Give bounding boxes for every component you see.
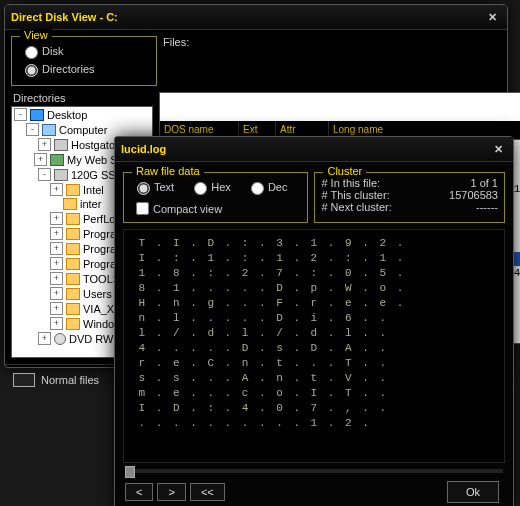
expand-icon[interactable]: + xyxy=(50,212,63,225)
close-icon[interactable]: ✕ xyxy=(489,140,507,158)
radio-dec[interactable]: Dec xyxy=(246,179,288,195)
expand-icon[interactable]: + xyxy=(50,302,63,315)
normal-files-swatch xyxy=(13,373,35,387)
expand-icon[interactable]: + xyxy=(38,138,51,151)
folder-icon xyxy=(66,288,80,300)
folder-icon xyxy=(66,273,80,285)
expand-icon[interactable]: + xyxy=(50,227,63,240)
expand-icon[interactable]: - xyxy=(26,123,39,136)
lucid-titlebar[interactable]: lucid.log ✕ xyxy=(115,137,513,162)
cluster-group: Cluster # In this file:1 of 1 # This clu… xyxy=(314,172,505,223)
expand-icon[interactable]: + xyxy=(34,153,47,166)
radio-disk[interactable]: Disk xyxy=(20,43,63,59)
expand-icon[interactable]: + xyxy=(50,272,63,285)
expand-icon[interactable]: + xyxy=(50,183,63,196)
radio-hex[interactable]: Hex xyxy=(189,179,231,195)
tree-item-label: Desktop xyxy=(47,109,87,121)
raw-data-group: Raw file data Text Hex Dec Compact view xyxy=(123,172,308,223)
folder-icon xyxy=(66,243,80,255)
lucid-title: lucid.log xyxy=(121,143,489,155)
folder-icon xyxy=(66,228,80,240)
drive-icon xyxy=(54,139,68,151)
folder-icon xyxy=(66,303,80,315)
expand-icon[interactable]: + xyxy=(38,332,51,345)
folder-icon xyxy=(66,258,80,270)
compact-view-check[interactable]: Compact view xyxy=(132,199,299,218)
next-button[interactable]: > xyxy=(157,483,185,501)
tree-item-label: Users xyxy=(83,288,112,300)
folder-icon xyxy=(63,198,77,210)
folder-icon xyxy=(66,184,80,196)
cluster-legend: Cluster xyxy=(323,165,366,177)
expand-icon[interactable]: + xyxy=(50,287,63,300)
position-slider[interactable] xyxy=(125,469,503,473)
raw-data-view[interactable]: T . I . D . : . 3 . 1 . 9 . 2 . I . : . … xyxy=(123,229,505,463)
lucid-ok-button[interactable]: Ok xyxy=(447,481,499,503)
view-legend: View xyxy=(20,29,52,41)
tree-item[interactable]: -Desktop xyxy=(12,107,152,122)
main-titlebar[interactable]: Direct Disk View - C: ✕ xyxy=(5,5,507,30)
files-label: Files: xyxy=(163,36,507,48)
tree-item-label: inter xyxy=(80,198,101,210)
expand-icon[interactable]: + xyxy=(50,242,63,255)
tree-item-label: Intel xyxy=(83,184,104,196)
raw-legend: Raw file data xyxy=(132,165,204,177)
folder-icon xyxy=(66,318,80,330)
expand-icon[interactable]: + xyxy=(50,257,63,270)
expand-icon[interactable]: - xyxy=(14,108,27,121)
drive-icon xyxy=(54,169,68,181)
tree-item[interactable]: -Computer xyxy=(12,122,152,137)
rewind-button[interactable]: << xyxy=(190,483,225,501)
directories-label: Directories xyxy=(13,92,159,104)
normal-files-toggle[interactable]: Normal files xyxy=(13,373,99,387)
site-icon xyxy=(50,154,64,166)
folder-icon xyxy=(66,213,80,225)
prev-button[interactable]: < xyxy=(125,483,153,501)
lucid-window: lucid.log ✕ Raw file data Text Hex Dec C… xyxy=(114,136,514,506)
desktop-icon xyxy=(30,109,44,121)
close-icon[interactable]: ✕ xyxy=(483,8,501,26)
radio-text[interactable]: Text xyxy=(132,179,174,195)
expand-icon[interactable]: + xyxy=(50,317,63,330)
view-group: View Disk Directories xyxy=(11,36,157,86)
tree-item-label: Computer xyxy=(59,124,107,136)
computer-icon xyxy=(42,124,56,136)
tree-item-label: Hostgator xyxy=(71,139,119,151)
expand-icon[interactable]: - xyxy=(38,168,51,181)
slider-thumb[interactable] xyxy=(125,466,135,478)
main-title: Direct Disk View - C: xyxy=(11,11,483,23)
dvd-icon xyxy=(54,333,66,345)
radio-directories[interactable]: Directories xyxy=(20,61,95,77)
